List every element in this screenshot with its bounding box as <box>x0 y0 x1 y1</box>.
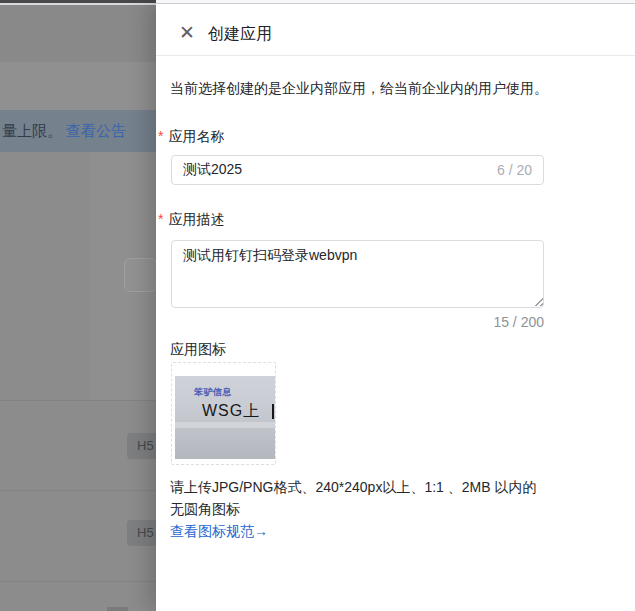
drawer-top-strip <box>156 0 635 4</box>
app-desc-label-text: 应用描述 <box>168 211 224 228</box>
upload-hint-line2: 无圆角图标 <box>170 501 590 518</box>
app-desc-label: * 应用描述 <box>158 211 224 228</box>
app-icon-thumbnail: 笨驴信息 WSG上 <box>175 376 276 459</box>
backdrop-alert-text: 量上限。 <box>2 122 62 141</box>
app-icon-upload[interactable]: 笨驴信息 WSG上 <box>171 362 276 465</box>
required-asterisk: * <box>158 211 163 228</box>
create-app-drawer: ✕ 创建应用 当前选择创建的是企业内部应用，给当前企业内的用户使用。 * 应用名… <box>156 0 635 611</box>
thumbnail-clipped-glyph <box>272 404 274 419</box>
app-icon-label: 应用图标 <box>170 341 226 358</box>
backdrop-button-ghost <box>124 258 156 292</box>
modal-overlay[interactable]: 量上限。 查看公告 H5 H5 <box>0 0 156 611</box>
app-name-input[interactable] <box>172 156 543 184</box>
backdrop-row-divider <box>0 400 156 401</box>
backdrop-alert-link: 查看公告 <box>66 122 126 141</box>
required-asterisk: * <box>158 128 163 145</box>
h5-badge: H5 <box>127 520 156 546</box>
backdrop-alert-banner: 量上限。 查看公告 <box>0 110 156 152</box>
backdrop-row-divider <box>0 581 156 582</box>
thumbnail-title-text: WSG上 <box>202 401 260 422</box>
app-desc-counter: 15 / 200 <box>171 314 544 331</box>
thumbnail-brand-text: 笨驴信息 <box>194 386 232 399</box>
upload-hint-line1: 请上传JPG/PNG格式、240*240px以上、1:1 、2MB 以内的 <box>170 479 590 496</box>
app-name-input-wrap: 6 / 20 <box>171 155 544 185</box>
icon-spec-link[interactable]: 查看图标规范→ <box>170 523 268 540</box>
backdrop-row-divider <box>0 490 156 491</box>
close-icon[interactable]: ✕ <box>172 19 202 47</box>
backdrop-fragment <box>107 607 128 611</box>
app-name-counter: 6 / 20 <box>497 156 532 184</box>
backdrop-band <box>0 62 156 110</box>
app-icon-label-text: 应用图标 <box>170 341 226 358</box>
backdrop-band <box>0 5 156 62</box>
app-name-label-text: 应用名称 <box>168 128 224 145</box>
app-name-label: * 应用名称 <box>158 128 224 145</box>
drawer-title: 创建应用 <box>208 24 272 43</box>
header-divider <box>156 55 635 56</box>
h5-badge: H5 <box>127 433 156 459</box>
intro-text: 当前选择创建的是企业内部应用，给当前企业内的用户使用。 <box>170 80 625 97</box>
app-desc-textarea[interactable]: 测试用钉钉扫码登录webvpn <box>171 240 544 308</box>
